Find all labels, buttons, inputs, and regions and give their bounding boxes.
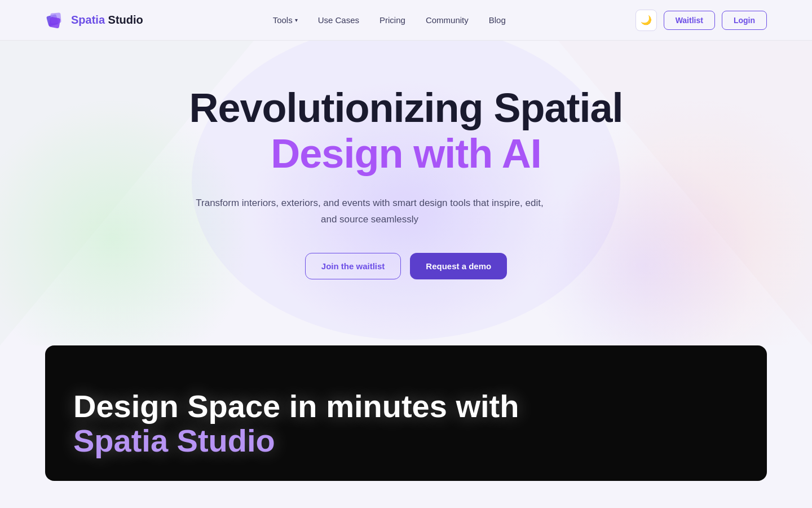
hero-title: Revolutionizing Spatial Design with AI <box>189 86 623 177</box>
preview-text-line2: Spatia Studio <box>73 423 519 458</box>
logo[interactable]: Spatia Studio <box>45 10 143 31</box>
hero-title-line1: Revolutionizing Spatial <box>189 86 623 130</box>
chevron-down-icon: ▾ <box>295 17 298 23</box>
hero-content: Revolutionizing Spatial Design with AI T… <box>189 86 623 313</box>
theme-toggle-button[interactable]: 🌙 <box>636 10 657 31</box>
nav-item-use-cases[interactable]: Use Cases <box>318 15 359 25</box>
nav-actions: 🌙 Waitlist Login <box>636 10 767 31</box>
preview-text-container: Design Space in minutes with Spatia Stud… <box>73 389 519 458</box>
use-cases-link[interactable]: Use Cases <box>318 15 359 25</box>
join-waitlist-button[interactable]: Join the waitlist <box>305 253 401 279</box>
preview-section: Design Space in minutes with Spatia Stud… <box>45 345 767 481</box>
blog-link[interactable]: Blog <box>489 15 506 25</box>
logo-icon <box>45 10 67 31</box>
preview-text-line1: Design Space in minutes with <box>73 389 519 424</box>
tools-link[interactable]: Tools ▾ <box>273 15 298 25</box>
nav-item-pricing[interactable]: Pricing <box>379 15 405 25</box>
nav-login-button[interactable]: Login <box>722 11 767 30</box>
moon-icon: 🌙 <box>641 15 652 25</box>
hero-subtitle: Transform interiors, exteriors, and even… <box>189 195 550 228</box>
nav-item-blog[interactable]: Blog <box>489 15 506 25</box>
brand-name: Spatia Studio <box>71 14 143 27</box>
nav-item-tools[interactable]: Tools ▾ <box>273 15 298 25</box>
nav-item-community[interactable]: Community <box>426 15 469 25</box>
community-link[interactable]: Community <box>426 15 469 25</box>
pricing-link[interactable]: Pricing <box>379 15 405 25</box>
nav-waitlist-button[interactable]: Waitlist <box>664 11 715 30</box>
svg-rect-2 <box>49 16 61 28</box>
hero-buttons: Join the waitlist Request a demo <box>189 253 623 279</box>
request-demo-button[interactable]: Request a demo <box>410 253 507 279</box>
hero-title-line2: Design with AI <box>189 130 623 177</box>
hero-section: Revolutionizing Spatial Design with AI T… <box>0 41 812 345</box>
nav-links: Tools ▾ Use Cases Pricing Community Blog <box>273 15 506 25</box>
navbar: Spatia Studio Tools ▾ Use Cases Pricing … <box>0 0 812 41</box>
